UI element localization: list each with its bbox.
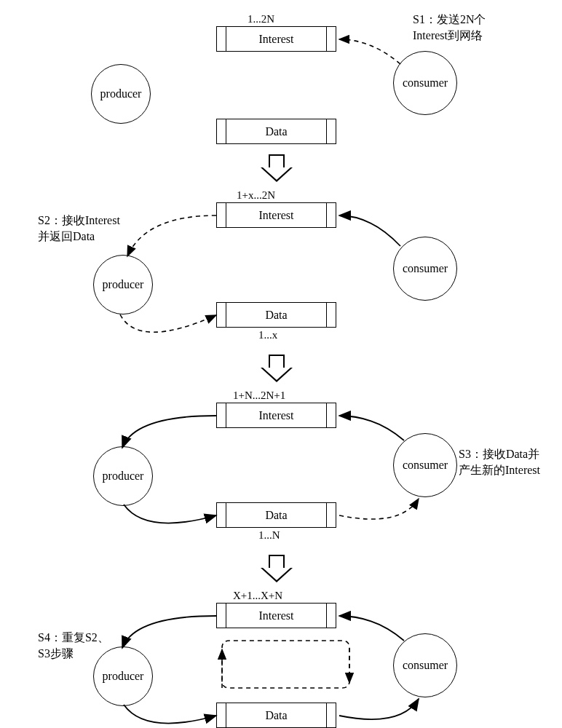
interest-range-label: 1+x...2N	[237, 189, 275, 202]
consumer-label: consumer	[403, 659, 448, 672]
producer-label: producer	[103, 278, 144, 291]
data-packet: Data	[216, 302, 336, 328]
consumer-label: consumer	[403, 262, 448, 275]
stage-1: producer 1...2N Interest consumer S1：发送2…	[7, 7, 555, 153]
stage4-note: S4：重复S2、 S3步骤	[38, 630, 109, 662]
consumer-node: consumer	[393, 237, 457, 301]
data-label: Data	[265, 125, 287, 138]
interest-packet: Interest	[216, 26, 336, 52]
transition-arrow-3	[7, 553, 555, 590]
interest-packet: Interest	[216, 603, 336, 628]
consumer-label: consumer	[403, 459, 448, 472]
stage-2: 1+x...2N Interest S2：接收Interest 并返回Data …	[7, 189, 555, 353]
data-packet: Data	[216, 703, 336, 728]
interest-label: Interest	[259, 409, 294, 422]
interest-range-label: X+1...X+N	[233, 590, 282, 602]
interest-range-label: 1...2N	[248, 13, 274, 25]
data-range-label: 1...N	[258, 529, 280, 542]
data-label: Data	[265, 309, 287, 322]
producer-label: producer	[103, 470, 144, 483]
data-label: Data	[265, 509, 287, 522]
stage3-note: S3：接收Data并 产生新的Interest	[459, 446, 540, 479]
interest-label: Interest	[259, 609, 294, 622]
consumer-node: consumer	[393, 51, 457, 115]
consumer-node: consumer	[393, 633, 457, 697]
interest-label: Interest	[259, 209, 294, 222]
producer-node: producer	[93, 255, 153, 314]
interest-range-label: 1+N...2N+1	[233, 389, 285, 402]
producer-label: producer	[100, 87, 142, 100]
interest-packet: Interest	[216, 403, 336, 428]
transition-arrow-2	[7, 353, 555, 389]
producer-node: producer	[93, 646, 153, 706]
stage-3: 1+N...2N+1 Interest producer consumer S3…	[7, 389, 555, 553]
interest-packet: Interest	[216, 202, 336, 228]
stage1-note: S1：发送2N个 Interest到网络	[413, 12, 486, 44]
consumer-label: consumer	[403, 76, 448, 90]
stage-4: X+1...X+N Interest S4：重复S2、 S3步骤 produce…	[7, 590, 555, 728]
data-range-label: 1...x	[258, 329, 277, 341]
data-label: Data	[265, 709, 287, 722]
data-packet: Data	[216, 502, 336, 528]
data-packet: Data	[216, 119, 336, 144]
stage2-note: S2：接收Interest 并返回Data	[38, 213, 120, 245]
consumer-node: consumer	[393, 433, 457, 497]
producer-node: producer	[93, 446, 153, 506]
producer-node: producer	[91, 64, 151, 124]
transition-arrow-1	[7, 153, 555, 189]
interest-label: Interest	[259, 33, 294, 46]
producer-label: producer	[103, 670, 144, 683]
